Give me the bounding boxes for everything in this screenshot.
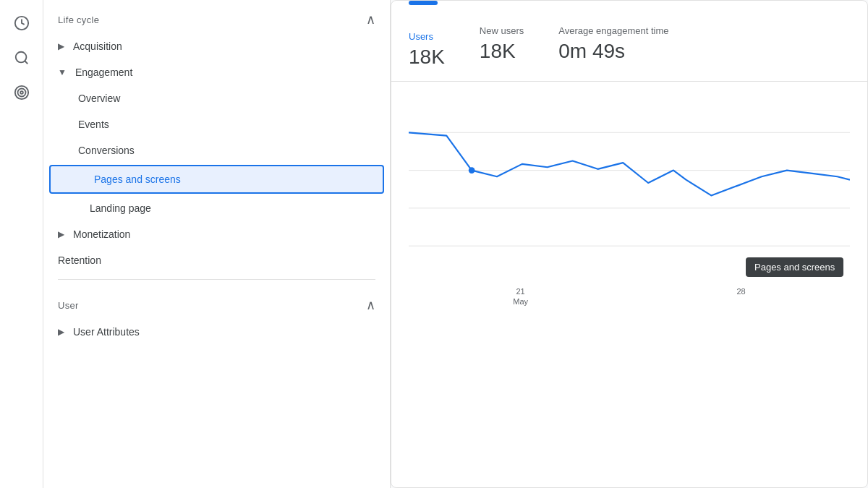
- events-label: Events: [78, 119, 109, 130]
- user-attributes-arrow: ▶: [58, 327, 64, 337]
- landing-page-label: Landing page: [90, 202, 151, 214]
- svg-point-5: [20, 91, 23, 94]
- stat-new-users[interactable]: New users 18K: [480, 25, 558, 64]
- user-section-header: User ∧: [43, 286, 390, 319]
- sidebar-item-events[interactable]: Events: [43, 111, 390, 137]
- pages-and-screens-label: Pages and screens: [94, 174, 181, 185]
- avg-engagement-label: Average engagement time: [558, 25, 668, 36]
- line-chart-svg: [409, 82, 850, 284]
- monetization-label: Monetization: [73, 228, 130, 240]
- sidebar-item-retention[interactable]: Retention: [43, 247, 390, 273]
- x-label-21: 21 May: [513, 287, 528, 306]
- stat-users[interactable]: Users 18K: [409, 25, 480, 69]
- avg-engagement-value: 0m 49s: [558, 39, 668, 64]
- reports-icon[interactable]: [7, 9, 36, 38]
- new-users-label: New users: [480, 25, 524, 36]
- overview-label: Overview: [78, 93, 120, 104]
- main-content: Users 18K New users 18K Average engageme…: [391, 0, 868, 488]
- sidebar-item-acquisition[interactable]: ▶ Acquisition: [43, 33, 390, 59]
- x-month-may: May: [513, 297, 528, 306]
- icon-rail: [0, 0, 43, 488]
- monetization-arrow: ▶: [58, 229, 64, 239]
- x-axis-labels: 21 May 28: [409, 287, 850, 306]
- conversions-label: Conversions: [78, 145, 135, 156]
- user-section-label: User: [58, 300, 79, 311]
- sidebar-item-landing-page[interactable]: Landing page: [43, 195, 390, 221]
- explore-icon[interactable]: [7, 43, 36, 72]
- svg-line-2: [25, 61, 27, 64]
- x-date-21: 21: [516, 287, 525, 296]
- chart-line: [409, 132, 850, 195]
- x-date-28: 28: [737, 287, 746, 296]
- sidebar-item-overview[interactable]: Overview: [43, 85, 390, 111]
- sidebar-item-conversions[interactable]: Conversions: [43, 137, 390, 163]
- chart-container: 21 May 28: [391, 82, 867, 453]
- engagement-label: Engagement: [75, 67, 132, 78]
- engagement-arrow: ▼: [58, 67, 67, 77]
- users-label: Users: [409, 31, 445, 42]
- x-label-28: 28: [737, 287, 746, 306]
- lifecycle-section-header: Life cycle ∧: [43, 0, 390, 33]
- lifecycle-collapse-icon[interactable]: ∧: [366, 12, 375, 27]
- retention-label: Retention: [58, 254, 101, 266]
- user-collapse-icon[interactable]: ∧: [366, 297, 375, 313]
- acquisition-arrow: ▶: [58, 41, 64, 51]
- sidebar: Life cycle ∧ ▶ Acquisition ▼ Engagement …: [43, 0, 391, 488]
- tab-indicator: [391, 1, 867, 11]
- stat-avg-engagement[interactable]: Average engagement time 0m 49s: [558, 25, 703, 64]
- users-value: 18K: [409, 45, 445, 69]
- svg-point-4: [17, 89, 25, 97]
- user-attributes-label: User Attributes: [73, 326, 140, 338]
- sidebar-divider: [58, 279, 375, 280]
- chart-dot: [469, 167, 475, 174]
- acquisition-label: Acquisition: [73, 40, 122, 52]
- sidebar-item-engagement[interactable]: ▼ Engagement: [43, 59, 390, 85]
- svg-point-1: [15, 52, 26, 63]
- stats-row: Users 18K New users 18K Average engageme…: [391, 14, 867, 82]
- targeting-icon[interactable]: [7, 78, 36, 107]
- chart-area: Users 18K New users 18K Average engageme…: [391, 0, 868, 488]
- lifecycle-label: Life cycle: [58, 14, 99, 25]
- new-users-value: 18K: [480, 39, 524, 64]
- active-tab-pill: [409, 1, 438, 5]
- sidebar-item-user-attributes[interactable]: ▶ User Attributes: [43, 319, 390, 345]
- sidebar-item-pages-and-screens[interactable]: Pages and screens: [49, 165, 384, 194]
- sidebar-item-monetization[interactable]: ▶ Monetization: [43, 221, 390, 247]
